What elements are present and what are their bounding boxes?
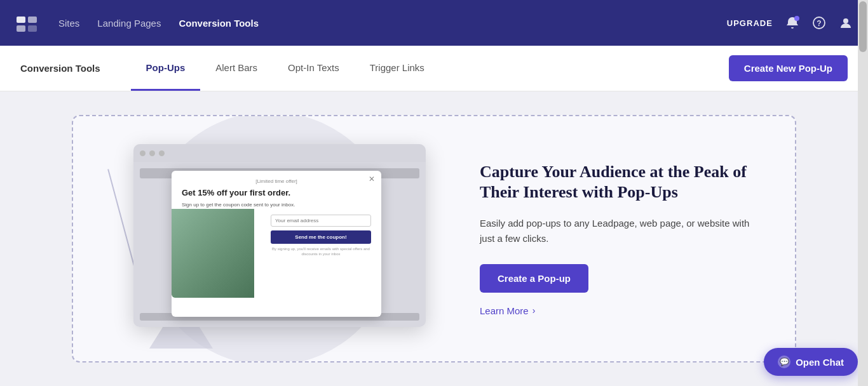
svg-rect-0 bbox=[17, 17, 25, 23]
nav-links: Sites Landing Pages Conversion Tools bbox=[58, 18, 707, 29]
tab-trigger-links[interactable]: Trigger Links bbox=[355, 46, 440, 91]
popup-chair-image bbox=[172, 209, 254, 298]
sub-nav-tabs: Pop-Ups Alert Bars Opt-In Texts Trigger … bbox=[131, 46, 440, 91]
nav-landing-pages[interactable]: Landing Pages bbox=[97, 18, 161, 29]
svg-rect-3 bbox=[28, 25, 37, 32]
svg-rect-1 bbox=[28, 17, 37, 23]
nav-sites[interactable]: Sites bbox=[58, 18, 79, 29]
chat-button[interactable]: 💬 Open Chat bbox=[764, 348, 858, 376]
tab-popups[interactable]: Pop-Ups bbox=[131, 46, 201, 91]
svg-point-6 bbox=[843, 18, 848, 23]
scrollbar[interactable] bbox=[858, 0, 868, 386]
popup-modal: ✕ [Limited time offer] Get 15% off your … bbox=[172, 171, 381, 317]
popup-tag: [Limited time offer] bbox=[182, 178, 371, 184]
notification-dot bbox=[794, 16, 799, 21]
top-nav: Sites Landing Pages Conversion Tools UPG… bbox=[0, 0, 868, 46]
tab-alert-bars[interactable]: Alert Bars bbox=[200, 46, 273, 91]
popup-email-input[interactable] bbox=[271, 215, 371, 227]
feature-card: ✕ [Limited time offer] Get 15% off your … bbox=[72, 115, 796, 363]
sub-nav-right: Create New Pop-Up bbox=[729, 55, 848, 81]
learn-more-text: Learn More bbox=[480, 305, 529, 316]
browser-bar bbox=[133, 144, 426, 162]
nav-conversion-tools[interactable]: Conversion Tools bbox=[179, 18, 259, 29]
illustration-area: ✕ [Limited time offer] Get 15% off your … bbox=[73, 116, 467, 361]
scrollbar-thumb[interactable] bbox=[859, 1, 867, 52]
account-button[interactable] bbox=[839, 16, 853, 30]
browser-dot-3 bbox=[159, 150, 165, 156]
app-logo[interactable] bbox=[15, 11, 38, 34]
feature-headline: Capture Your Audience at the Peak of The… bbox=[480, 162, 763, 203]
svg-text:?: ? bbox=[817, 19, 821, 28]
sub-nav-title: Conversion Tools bbox=[20, 63, 100, 74]
popup-form: Send me the coupon! By signing up, you'l… bbox=[271, 213, 371, 257]
browser-mockup: ✕ [Limited time offer] Get 15% off your … bbox=[133, 144, 426, 327]
popup-fine-print: By signing up, you'll receive emails wit… bbox=[271, 246, 371, 257]
tab-opt-in-texts[interactable]: Opt-In Texts bbox=[273, 46, 355, 91]
popup-headline: Get 15% off your first order. bbox=[182, 188, 371, 199]
create-popup-cta-button[interactable]: Create a Pop-up bbox=[480, 264, 588, 293]
popup-close-icon: ✕ bbox=[369, 175, 375, 183]
learn-more-link[interactable]: Learn More › bbox=[480, 305, 763, 316]
chat-icon: 💬 bbox=[778, 356, 790, 368]
browser-dot-2 bbox=[149, 150, 155, 156]
upgrade-button[interactable]: UPGRADE bbox=[727, 18, 773, 28]
text-area: Capture Your Audience at the Peak of The… bbox=[467, 136, 795, 342]
create-popup-button[interactable]: Create New Pop-Up bbox=[729, 55, 848, 81]
popup-subtext: Sign up to get the coupon code sent to y… bbox=[182, 201, 371, 208]
chat-label: Open Chat bbox=[796, 357, 844, 368]
svg-rect-2 bbox=[17, 25, 25, 32]
nav-right: UPGRADE ? bbox=[727, 16, 853, 30]
browser-dot-1 bbox=[140, 150, 146, 156]
learn-more-arrow-icon: › bbox=[532, 305, 536, 316]
popup-cta-label: Send me the coupon! bbox=[271, 230, 371, 244]
feature-description: Easily add pop-ups to any Leadpage, web … bbox=[480, 216, 763, 246]
sub-nav: Conversion Tools Pop-Ups Alert Bars Opt-… bbox=[0, 46, 868, 91]
help-button[interactable]: ? bbox=[812, 16, 826, 30]
notifications-button[interactable] bbox=[785, 16, 799, 30]
chair-silhouette bbox=[172, 209, 254, 298]
browser-content: ✕ [Limited time offer] Get 15% off your … bbox=[133, 162, 426, 327]
main-content: ✕ [Limited time offer] Get 15% off your … bbox=[0, 91, 868, 386]
